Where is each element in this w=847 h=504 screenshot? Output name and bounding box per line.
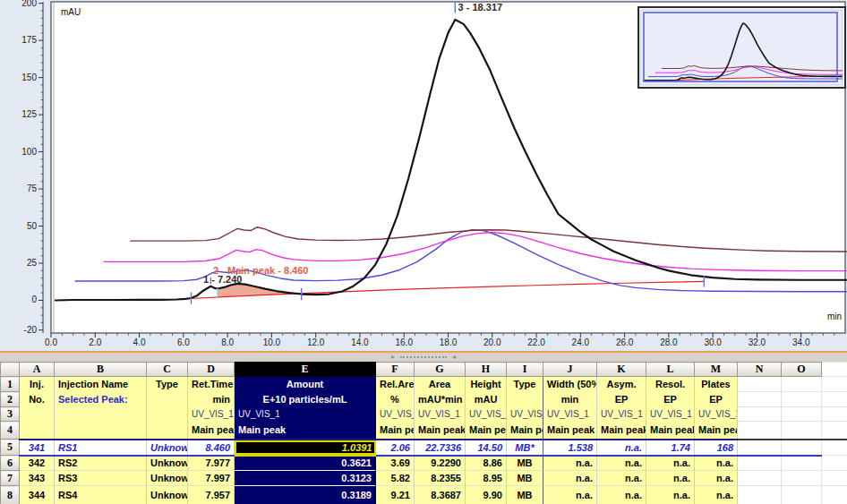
header-cell-H3[interactable]: UV_VIS_1 bbox=[466, 407, 507, 422]
header-cell-F2[interactable]: % bbox=[376, 392, 415, 407]
grid-corner-cell[interactable] bbox=[1, 363, 20, 377]
column-header-M[interactable]: M bbox=[695, 363, 738, 377]
header-cell-A2[interactable]: No. bbox=[20, 392, 55, 407]
cell-L7[interactable]: n.a. bbox=[646, 471, 695, 486]
cell-M7[interactable]: n.a. bbox=[695, 471, 738, 486]
cell-E7[interactable]: 0.3123 bbox=[235, 471, 376, 486]
header-cell-O1[interactable] bbox=[782, 377, 822, 392]
row-header-2[interactable]: 2 bbox=[1, 392, 20, 407]
cell-N6[interactable] bbox=[738, 456, 782, 471]
header-cell-I1[interactable]: Type bbox=[507, 377, 543, 392]
header-cell-H2[interactable]: mAU bbox=[466, 392, 507, 407]
header-cell-L2[interactable]: EP bbox=[646, 392, 695, 407]
column-header-H[interactable]: H bbox=[466, 363, 507, 377]
header-cell-E4[interactable]: Main peak bbox=[235, 422, 376, 440]
chromatogram-panel[interactable]: 2001751501251007550250-200.02.04.06.08.0… bbox=[0, 0, 847, 351]
cell-G7[interactable]: 8.2355 bbox=[415, 471, 466, 486]
header-cell-M2[interactable]: EP bbox=[695, 392, 738, 407]
header-cell-B4[interactable] bbox=[55, 422, 147, 440]
cell-B7[interactable]: RS3 bbox=[55, 471, 147, 486]
cell-D7[interactable]: 7.997 bbox=[188, 471, 235, 486]
header-cell-A3[interactable] bbox=[20, 407, 55, 422]
cell-E5[interactable]: 1.0391 bbox=[235, 440, 376, 456]
header-cell-J4[interactable]: Main peak bbox=[543, 422, 597, 440]
cell-M6[interactable]: n.a. bbox=[695, 456, 738, 471]
column-header-C[interactable]: C bbox=[147, 363, 188, 377]
cell-L8[interactable]: n.a. bbox=[646, 486, 695, 504]
header-cell-J1[interactable]: Width (50%) bbox=[543, 377, 597, 392]
cell-G5[interactable]: 22.7336 bbox=[415, 440, 466, 456]
column-header-B[interactable]: B bbox=[55, 363, 147, 377]
cell-M5[interactable]: 168 bbox=[695, 440, 738, 456]
cell-F7[interactable]: 5.82 bbox=[376, 471, 415, 486]
cell-I8[interactable]: MB bbox=[507, 486, 543, 504]
header-cell-B3[interactable] bbox=[55, 407, 147, 422]
pane-splitter[interactable]: ▸ ◂ bbox=[0, 353, 847, 362]
cell-F8[interactable]: 9.21 bbox=[376, 486, 415, 504]
header-cell-M1[interactable]: Plates bbox=[695, 377, 738, 392]
header-cell-B1[interactable]: Injection Name bbox=[55, 377, 147, 392]
column-header-K[interactable]: K bbox=[597, 363, 646, 377]
cell-I7[interactable]: MB bbox=[507, 471, 543, 486]
header-cell-E1[interactable]: Amount bbox=[235, 377, 376, 392]
header-cell-K4[interactable]: Main peak bbox=[597, 422, 646, 440]
column-header-O[interactable]: O bbox=[782, 363, 822, 377]
cell-C7[interactable]: Unknown bbox=[147, 471, 188, 486]
column-header-E[interactable]: E bbox=[235, 363, 376, 377]
row-header-7[interactable]: 7 bbox=[1, 471, 20, 486]
cell-B5[interactable]: RS1 bbox=[55, 440, 147, 456]
overview-inset-plot[interactable] bbox=[639, 8, 844, 87]
column-header-J[interactable]: J bbox=[543, 363, 597, 377]
cell-K7[interactable]: n.a. bbox=[597, 471, 646, 486]
cell-K6[interactable]: n.a. bbox=[597, 456, 646, 471]
cell-K5[interactable]: n.a. bbox=[597, 440, 646, 456]
cell-N8[interactable] bbox=[738, 486, 782, 504]
cell-A6[interactable]: 342 bbox=[20, 456, 55, 471]
cell-H5[interactable]: 14.50 bbox=[466, 440, 507, 456]
column-header-D[interactable]: D bbox=[188, 363, 235, 377]
cell-L6[interactable]: n.a. bbox=[646, 456, 695, 471]
header-cell-E2[interactable]: E+10 particles/mL bbox=[235, 392, 376, 407]
header-cell-I3[interactable]: UV_VIS_1 bbox=[507, 407, 543, 422]
cell-C8[interactable]: Unknown bbox=[147, 486, 188, 504]
header-cell-B2[interactable]: Selected Peak: bbox=[55, 392, 147, 407]
header-cell-O3[interactable] bbox=[782, 407, 822, 422]
cell-G8[interactable]: 8.3687 bbox=[415, 486, 466, 504]
header-cell-M3[interactable]: UV_VIS_1 bbox=[695, 407, 738, 422]
cell-N5[interactable] bbox=[738, 440, 782, 456]
cell-D5[interactable]: 8.460 bbox=[188, 440, 235, 456]
header-cell-I2[interactable] bbox=[507, 392, 543, 407]
cell-B6[interactable]: RS2 bbox=[55, 456, 147, 471]
header-cell-H4[interactable]: Main peak bbox=[466, 422, 507, 440]
cell-G6[interactable]: 9.2290 bbox=[415, 456, 466, 471]
cell-D6[interactable]: 7.977 bbox=[188, 456, 235, 471]
row-header-8[interactable]: 8 bbox=[1, 486, 20, 504]
column-header-L[interactable]: L bbox=[646, 363, 695, 377]
header-cell-I4[interactable]: Main peak bbox=[507, 422, 543, 440]
header-cell-F1[interactable]: Rel.Area bbox=[376, 377, 415, 392]
cell-A5[interactable]: 341 bbox=[20, 440, 55, 456]
cell-J5[interactable]: 1.538 bbox=[543, 440, 597, 456]
cell-A7[interactable]: 343 bbox=[20, 471, 55, 486]
header-cell-F4[interactable]: Main peak bbox=[376, 422, 415, 440]
header-cell-K2[interactable]: EP bbox=[597, 392, 646, 407]
column-header-N[interactable]: N bbox=[738, 363, 782, 377]
header-cell-L4[interactable]: Main peak bbox=[646, 422, 695, 440]
cell-L5[interactable]: 1.74 bbox=[646, 440, 695, 456]
header-cell-O4[interactable] bbox=[782, 422, 822, 440]
header-cell-N2[interactable] bbox=[738, 392, 782, 407]
header-cell-A1[interactable]: Inj. bbox=[20, 377, 55, 392]
cell-K8[interactable]: n.a. bbox=[597, 486, 646, 504]
splitter-arrow-right-icon[interactable]: ▸ bbox=[391, 354, 395, 361]
header-cell-C3[interactable] bbox=[147, 407, 188, 422]
cell-J8[interactable]: n.a. bbox=[543, 486, 597, 504]
header-cell-L3[interactable]: UV_VIS_1 bbox=[646, 407, 695, 422]
cell-C6[interactable]: Unknown bbox=[147, 456, 188, 471]
header-cell-C1[interactable]: Type bbox=[147, 377, 188, 392]
header-cell-G2[interactable]: mAU*min bbox=[415, 392, 466, 407]
row-header-5[interactable]: 5 bbox=[1, 440, 20, 456]
header-cell-M4[interactable]: Main peak bbox=[695, 422, 738, 440]
overview-inset[interactable] bbox=[637, 6, 846, 89]
header-cell-G4[interactable]: Main peak bbox=[415, 422, 466, 440]
column-header-F[interactable]: F bbox=[376, 363, 415, 377]
